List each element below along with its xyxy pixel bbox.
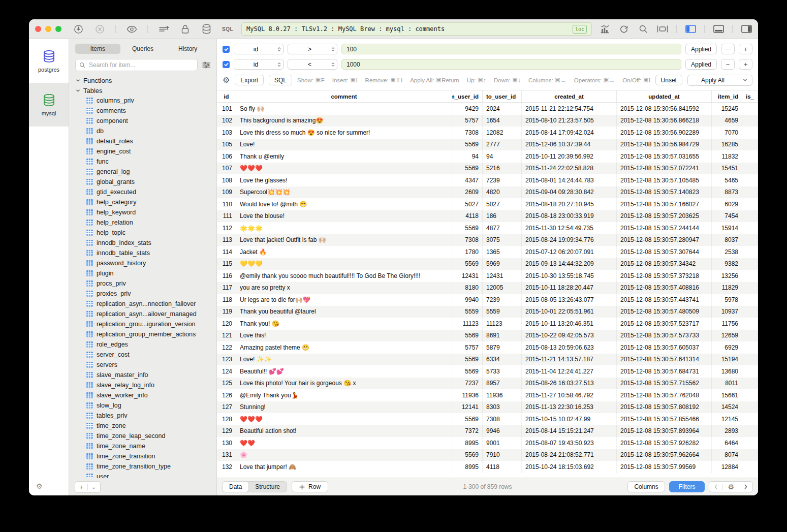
filter-column-select[interactable]: id	[234, 44, 284, 54]
cell-to-user-id[interactable]: 5969	[483, 258, 522, 270]
cell-is[interactable]	[742, 150, 758, 163]
cell-id[interactable]: 109	[217, 186, 236, 199]
table-row[interactable]: 111 Love the blouse! 4118 186 2015-08-18…	[217, 210, 758, 223]
add-filter-button[interactable]: +	[739, 44, 752, 54]
cell-item-id[interactable]: 15451	[712, 163, 742, 175]
cell-created-at[interactable]: 2015-10-11 20:39:56.992	[522, 150, 617, 163]
table-list-item[interactable]: innodb_table_stats	[76, 248, 216, 258]
cell-from-user-id[interactable]: 7308	[452, 127, 483, 139]
cell-item-id[interactable]: 8037	[712, 234, 742, 246]
cell-id[interactable]: 127	[217, 401, 236, 414]
cell-id[interactable]: 108	[217, 174, 236, 186]
cell-created-at[interactable]: 2015-11-21 22:12:54.754	[522, 103, 617, 115]
refresh-icon[interactable]	[618, 23, 629, 35]
table-list-item[interactable]: component	[76, 116, 216, 126]
table-row[interactable]: 102 This background is amazing😍 5757 165…	[217, 115, 758, 127]
cell-updated-at[interactable]: 2015-12-08 15:30:57.855466	[617, 413, 712, 425]
table-row[interactable]: 128 ❤️❤️❤️ 5569 7308 2015-10-15 10:02:47…	[217, 413, 758, 425]
table-row[interactable]: 122 Amazing pastel theme 😬 5757 5879 201…	[217, 341, 758, 354]
cell-item-id[interactable]: 2538	[712, 246, 742, 258]
cell-created-at[interactable]: 2015-10-30 13:55:18.745	[522, 270, 617, 282]
column-header-created-at[interactable]: created_at	[522, 90, 617, 102]
cell-is[interactable]	[742, 234, 758, 246]
cell-to-user-id[interactable]: 5216	[483, 163, 522, 175]
cell-created-at[interactable]: 2015-08-24 19:09:34.776	[522, 234, 617, 246]
cell-id[interactable]: 115	[217, 258, 236, 270]
column-header-item-id[interactable]: item_id	[712, 90, 742, 102]
cell-comment[interactable]: Thank you beautiful @laurel	[236, 306, 452, 318]
cell-comment[interactable]: Love this!	[236, 330, 452, 342]
cell-to-user-id[interactable]: 94	[483, 150, 522, 163]
connect-icon[interactable]	[73, 23, 84, 35]
unset-button[interactable]: Unset	[655, 75, 682, 85]
toggle-right-panel-icon[interactable]	[741, 23, 752, 35]
cell-updated-at[interactable]: 2015-12-08 15:30:57.408816	[617, 282, 712, 294]
cell-id[interactable]: 113	[217, 234, 236, 246]
table-list-item[interactable]: servers	[76, 360, 216, 370]
cell-is[interactable]	[742, 425, 758, 437]
cell-to-user-id[interactable]: 4820	[483, 186, 522, 199]
table-list-item[interactable]: replication_grou...iguration_version	[76, 319, 216, 329]
cell-from-user-id[interactable]: 5569	[452, 139, 483, 151]
cell-id[interactable]: 121	[217, 330, 236, 342]
cell-updated-at[interactable]: 2015-12-08 15:30:57.34342	[617, 258, 712, 270]
cell-item-id[interactable]: 8011	[712, 378, 742, 390]
cell-is[interactable]	[742, 210, 758, 223]
cell-is[interactable]	[742, 103, 758, 115]
cell-to-user-id[interactable]: 2777	[483, 139, 522, 151]
cell-to-user-id[interactable]: 12431	[483, 270, 522, 282]
cell-to-user-id[interactable]: 2024	[483, 103, 522, 115]
cell-id[interactable]: 112	[217, 222, 236, 234]
lock-icon[interactable]	[179, 23, 191, 35]
cell-from-user-id[interactable]: 5569	[452, 413, 483, 425]
cell-is[interactable]	[742, 354, 758, 366]
table-row[interactable]: 103 Love this dress so much 😍 so nice fo…	[217, 127, 758, 139]
table-list-item[interactable]: engine_cost	[76, 146, 216, 157]
cell-from-user-id[interactable]: 8995	[452, 461, 483, 473]
table-row[interactable]: 132 Love that jumper! 🙈 8995 4118 2015-1…	[217, 461, 758, 473]
cell-to-user-id[interactable]: 11123	[483, 318, 522, 330]
cell-item-id[interactable]: 6929	[712, 341, 742, 354]
cell-is[interactable]	[742, 127, 758, 139]
cell-comment[interactable]: Love! ✨✨	[236, 354, 452, 366]
cell-updated-at[interactable]: 2015-12-08 15:30:57.105485	[617, 174, 712, 186]
cell-id[interactable]: 107	[217, 163, 236, 175]
cell-comment[interactable]: Ur legs are to die for🙌🏼💖	[236, 294, 452, 306]
table-row[interactable]: 112 🌟🌟🌟 5569 4877 2015-11-30 12:54:49.73…	[217, 222, 758, 234]
table-list-item[interactable]: slave_worker_info	[76, 390, 216, 400]
tab-items[interactable]: Items	[75, 44, 120, 54]
cell-id[interactable]: 132	[217, 461, 236, 473]
cell-is[interactable]	[742, 246, 758, 258]
cell-to-user-id[interactable]: 12005	[483, 282, 522, 294]
cell-item-id[interactable]: 15914	[712, 222, 742, 234]
cell-created-at[interactable]: 2015-08-14 15:15:21.247	[522, 425, 617, 437]
cell-created-at[interactable]: 2015-10-11 13:20:46.351	[522, 318, 617, 330]
add-row-button[interactable]: Row	[292, 481, 328, 492]
cell-to-user-id[interactable]: 4877	[483, 222, 522, 234]
open-sql-icon[interactable]: SQL	[222, 26, 233, 32]
cell-is[interactable]	[742, 378, 758, 390]
cell-from-user-id[interactable]: 5569	[452, 258, 483, 270]
cell-is[interactable]	[742, 294, 758, 306]
table-row[interactable]: 120 Thank you! 😘 11123 11123 2015-10-11 …	[217, 318, 758, 330]
table-list-item[interactable]: plugin	[76, 268, 216, 278]
cell-from-user-id[interactable]: 9429	[452, 103, 483, 115]
cell-created-at[interactable]: 2015-08-24 21:08:52.771	[522, 449, 617, 461]
tab-history[interactable]: History	[165, 44, 210, 54]
cell-updated-at[interactable]: 2015-12-08 15:30:57.166027	[617, 198, 712, 210]
cell-to-user-id[interactable]: 1365	[483, 246, 522, 258]
cell-id[interactable]: 103	[217, 127, 236, 139]
cell-created-at[interactable]: 2015-08-18 20:27:10.945	[522, 198, 617, 210]
column-header-updated-at[interactable]: updated_at	[617, 90, 712, 102]
cell-created-at[interactable]: 2015-09-04 09:28:30.842	[522, 186, 617, 199]
cell-updated-at[interactable]: 2015-12-08 15:30:57.641314	[617, 354, 712, 366]
cell-updated-at[interactable]: 2015-12-08 15:30:57.99569	[617, 461, 712, 473]
chart-icon[interactable]	[599, 23, 610, 35]
cell-created-at[interactable]: 2015-08-01 14:24:44.783	[522, 174, 617, 186]
cell-from-user-id[interactable]: 5569	[452, 222, 483, 234]
data-tab[interactable]: Data	[223, 482, 248, 492]
cell-updated-at[interactable]: 2015-12-08 15:30:57.280947	[617, 234, 712, 246]
table-list-item[interactable]: slave_relay_log_info	[76, 380, 216, 390]
cell-to-user-id[interactable]: 3075	[483, 234, 522, 246]
cell-id[interactable]: 125	[217, 378, 236, 390]
